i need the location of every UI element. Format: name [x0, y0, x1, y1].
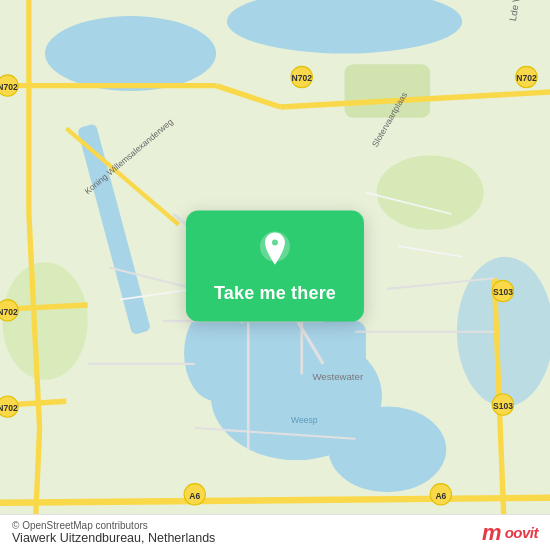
location-pin-icon: [253, 229, 297, 273]
svg-point-9: [377, 155, 484, 230]
svg-text:N702: N702: [516, 73, 537, 83]
svg-text:A6: A6: [435, 491, 446, 501]
svg-text:N702: N702: [0, 82, 18, 92]
moovit-logo: m oovit: [482, 522, 538, 544]
svg-text:N702: N702: [0, 403, 18, 413]
map-footer: © OpenStreetMap contributors Viawerk Uit…: [0, 514, 550, 550]
svg-text:Westewater: Westewater: [312, 371, 363, 382]
svg-text:S103: S103: [493, 401, 513, 411]
footer-info: © OpenStreetMap contributors Viawerk Uit…: [12, 520, 215, 545]
svg-text:N702: N702: [0, 307, 18, 317]
map-container: N702 N702 N702 N702 N702 S103 S103 A6 A6…: [0, 0, 550, 550]
attribution-text: © OpenStreetMap contributors: [12, 520, 215, 531]
take-me-there-button[interactable]: Take me there: [214, 283, 336, 304]
svg-text:Weesp: Weesp: [291, 415, 318, 425]
location-name: Viawerk Uitzendbureau, Netherlands: [12, 531, 215, 545]
moovit-m-letter: m: [482, 522, 502, 544]
location-card[interactable]: Take me there: [186, 211, 364, 322]
moovit-text: oovit: [505, 524, 538, 541]
svg-rect-10: [345, 64, 431, 118]
svg-text:N702: N702: [292, 73, 313, 83]
svg-text:S103: S103: [493, 287, 513, 297]
svg-point-11: [2, 262, 88, 380]
svg-point-4: [329, 407, 447, 493]
svg-point-5: [45, 16, 216, 91]
svg-text:A6: A6: [189, 491, 200, 501]
